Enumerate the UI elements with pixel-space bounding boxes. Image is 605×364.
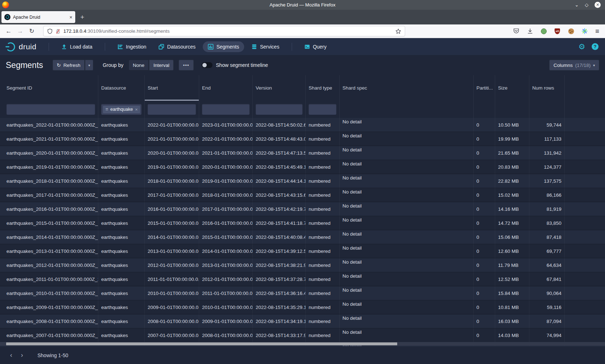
- nav-item-datasources[interactable]: Datasources: [153, 41, 201, 52]
- cell-end: 2012-01-01T00:00:00.0...: [199, 272, 253, 286]
- table-row[interactable]: earthquakes_2008-01-01T00:00:00.000Z_2..…: [0, 314, 605, 328]
- extension-green-icon[interactable]: [541, 28, 547, 35]
- pocket-icon[interactable]: [513, 28, 520, 35]
- previous-page-button[interactable]: ‹: [6, 350, 17, 361]
- column-header-num-rows[interactable]: Num rows: [529, 75, 565, 101]
- next-page-button[interactable]: ›: [17, 350, 27, 361]
- column-header-partition[interactable]: Partiti...: [474, 75, 495, 101]
- columns-button[interactable]: Columns (17/18) ▾: [549, 60, 599, 70]
- cell-shard-spec: No detail: [340, 328, 474, 342]
- table-row[interactable]: earthquakes_2012-01-01T00:00:00.000Z_2..…: [0, 258, 605, 272]
- insecure-lock-icon[interactable]: [55, 28, 60, 34]
- forward-button[interactable]: →: [15, 26, 25, 36]
- cell-size: 15.06 MB: [495, 230, 529, 244]
- equals-icon: =: [106, 107, 108, 112]
- column-header-shard-spec[interactable]: Shard spec: [340, 75, 474, 101]
- reload-button[interactable]: ↻: [27, 26, 37, 36]
- columns-count: (17/18): [575, 63, 591, 68]
- cell-segment-id: earthquakes_2010-01-01T00:00:00.000Z_2..…: [4, 286, 98, 300]
- cell-filler: [565, 286, 605, 300]
- column-header-start[interactable]: Start: [145, 75, 199, 101]
- refresh-interval-dropdown[interactable]: ▾: [85, 60, 93, 70]
- url-bar[interactable]: 172.18.0.4:30109/unified-console.html#se…: [43, 26, 405, 36]
- cell-partition: 0: [474, 286, 495, 300]
- group-by-interval-button[interactable]: Interval: [149, 60, 174, 70]
- filter-input-segment-id[interactable]: [6, 104, 95, 115]
- filter-input-datasource[interactable]: = earthquake ×: [101, 104, 142, 115]
- cell-size: 14.03 MB: [495, 328, 529, 342]
- filter-input-version[interactable]: [256, 104, 302, 115]
- cell-num-rows: 90,064: [529, 286, 565, 300]
- nav-item-services[interactable]: Services: [246, 41, 284, 52]
- ublock-origin-icon[interactable]: uO: [554, 28, 561, 35]
- window-maximize-button[interactable]: ◇: [585, 3, 588, 7]
- column-header-filler: [565, 75, 605, 101]
- container-asterisk-icon[interactable]: [582, 28, 588, 35]
- refresh-button[interactable]: ↻ Refresh: [53, 60, 85, 70]
- table-row[interactable]: earthquakes_2015-01-01T00:00:00.000Z_2..…: [0, 216, 605, 230]
- browser-tab[interactable]: Apache Druid ×: [1, 11, 75, 23]
- column-header-end[interactable]: End: [199, 75, 253, 101]
- horizontal-scrollbar[interactable]: [0, 342, 605, 346]
- table-row[interactable]: earthquakes_2009-01-01T00:00:00.000Z_2..…: [0, 300, 605, 314]
- table-row[interactable]: earthquakes_2019-01-01T00:00:00.000Z_2..…: [0, 160, 605, 174]
- column-header-version[interactable]: Version: [253, 75, 306, 101]
- more-options-button[interactable]: •••: [179, 60, 193, 70]
- cell-shard-spec: No detail: [340, 314, 474, 328]
- downloads-icon[interactable]: [527, 28, 533, 35]
- cell-partition: 0: [474, 258, 495, 272]
- filter-input-start[interactable]: [148, 104, 196, 115]
- nav-item-ingestion[interactable]: Ingestion: [112, 41, 152, 52]
- cell-filler: [565, 188, 605, 202]
- table-row[interactable]: earthquakes_2022-01-01T00:00:00.000Z_2..…: [0, 118, 605, 132]
- segment-timeline-toggle[interactable]: [202, 62, 212, 68]
- window-minimize-button[interactable]: ⌄: [575, 3, 579, 7]
- table-row[interactable]: earthquakes_2017-01-01T00:00:00.000Z_2..…: [0, 188, 605, 202]
- back-button[interactable]: ←: [4, 26, 14, 36]
- column-header-segment-id[interactable]: Segment ID: [4, 75, 98, 101]
- nav-item-load-data[interactable]: Load data: [56, 41, 97, 52]
- cookie-extension-icon[interactable]: [568, 28, 574, 35]
- table-row[interactable]: earthquakes_2013-01-01T00:00:00.000Z_2..…: [0, 244, 605, 258]
- table-row[interactable]: earthquakes_2018-01-01T00:00:00.000Z_2..…: [0, 174, 605, 188]
- table-row[interactable]: earthquakes_2021-01-01T00:00:00.000Z_2..…: [0, 132, 605, 146]
- brand-name: druid: [19, 42, 36, 51]
- scrollbar-thumb[interactable]: [6, 342, 397, 345]
- table-row[interactable]: earthquakes_2010-01-01T00:00:00.000Z_2..…: [0, 286, 605, 300]
- druid-brand[interactable]: druid: [5, 41, 36, 52]
- datasource-filter-tag[interactable]: = earthquake ×: [103, 106, 140, 113]
- table-body: earthquakes_2022-01-01T00:00:00.000Z_2..…: [0, 118, 605, 346]
- nav-item-query[interactable]: Query: [299, 41, 332, 52]
- table-row[interactable]: earthquakes_2016-01-01T00:00:00.000Z_2..…: [0, 202, 605, 216]
- cell-datasource: earthquakes: [98, 272, 145, 286]
- filter-tag-remove-icon[interactable]: ×: [135, 107, 138, 112]
- group-by-none-button[interactable]: None: [129, 60, 149, 70]
- table-row[interactable]: earthquakes_2014-01-01T00:00:00.000Z_2..…: [0, 230, 605, 244]
- menu-hamburger-icon[interactable]: ≡: [595, 28, 599, 35]
- table-row[interactable]: earthquakes_2011-01-01T00:00:00.000Z_2..…: [0, 272, 605, 286]
- nav-item-segments[interactable]: Segments: [203, 41, 244, 52]
- cell-shard-spec: No detail: [340, 272, 474, 286]
- new-tab-button[interactable]: +: [80, 13, 84, 21]
- column-header-size[interactable]: Size: [495, 75, 529, 101]
- filter-input-end[interactable]: [202, 104, 250, 115]
- cell-version: 2022-08-15T14:44:14.1...: [253, 174, 306, 188]
- bookmark-star-icon[interactable]: [395, 28, 401, 34]
- cell-start: 2022-01-01T00:00:00.0...: [145, 118, 199, 132]
- table-row[interactable]: earthquakes_2007-01-01T00:00:00.000Z_2..…: [0, 328, 605, 342]
- cell-version: 2022-08-15T14:33:17.9...: [253, 328, 306, 342]
- table-row[interactable]: earthquakes_2020-01-01T00:00:00.000Z_2..…: [0, 146, 605, 160]
- cell-start: 2017-01-01T00:00:00.0...: [145, 188, 199, 202]
- help-icon[interactable]: ?: [592, 43, 599, 50]
- window-close-button[interactable]: ✕: [595, 2, 601, 8]
- filter-input-shard-type[interactable]: [309, 104, 336, 115]
- shield-icon[interactable]: [47, 28, 53, 34]
- column-header-datasource[interactable]: Datasource: [98, 75, 145, 101]
- cell-num-rows: 59,116: [529, 300, 565, 314]
- window-title: Apache Druid — Mozilla Firefox: [0, 2, 605, 8]
- column-header-shard-type[interactable]: Shard type: [306, 75, 340, 101]
- cell-partition: 0: [474, 188, 495, 202]
- settings-gear-icon[interactable]: ⚙: [578, 43, 585, 50]
- tab-close-icon[interactable]: ×: [70, 14, 72, 20]
- cell-start: 2019-01-01T00:00:00.0...: [145, 160, 199, 174]
